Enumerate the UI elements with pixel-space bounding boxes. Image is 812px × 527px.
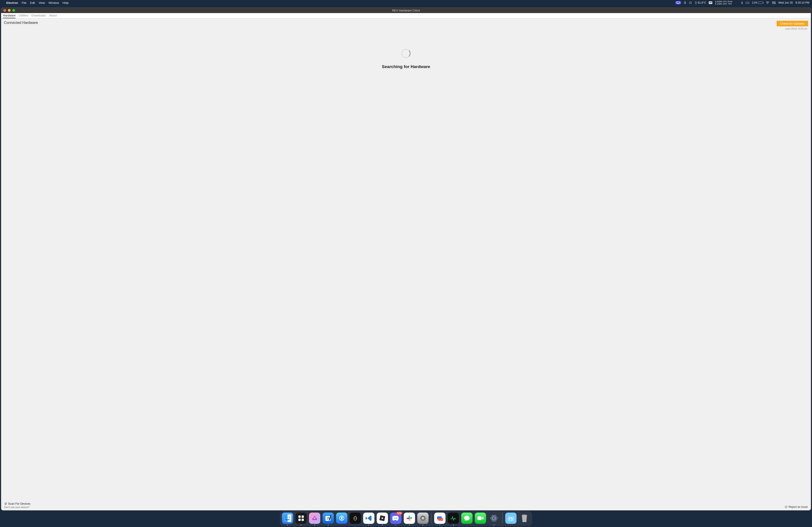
window-title: REV Hardware Client: [1, 9, 811, 12]
system-stats[interactable]: 8.2KB/s 6.1KB/s CPU 24% RAM 75%: [715, 1, 733, 5]
bluetooth-icon[interactable]: [741, 1, 743, 4]
svg-rect-41: [438, 518, 443, 521]
dock-app-slack[interactable]: [404, 513, 415, 524]
wifi-icon[interactable]: [766, 1, 769, 4]
control-center-icon[interactable]: [772, 1, 776, 4]
app-tabstrip: Hardware Utilities Downloads About: [1, 13, 811, 18]
svg-rect-14: [288, 514, 291, 522]
app-window: REV Hardware Client Hardware Utilities D…: [1, 7, 811, 511]
device-help-link[interactable]: Don't see your device?: [4, 506, 30, 509]
fullscreen-window-button[interactable]: [12, 9, 15, 12]
app-footer: Scan For Devices Don't see your device? …: [1, 501, 811, 510]
dock-app-xcode[interactable]: [322, 513, 334, 524]
dock-trash[interactable]: [519, 513, 530, 524]
screen-share-indicator-icon[interactable]: [675, 1, 681, 4]
menu-edit[interactable]: Edit: [30, 1, 35, 4]
window-titlebar[interactable]: REV Hardware Client: [1, 7, 811, 13]
info-icon: [785, 506, 787, 508]
close-window-button[interactable]: [3, 9, 6, 12]
do-not-disturb-icon[interactable]: [735, 1, 738, 4]
dock-app-messages[interactable]: [461, 513, 473, 524]
svg-point-9: [774, 3, 775, 4]
svg-rect-0: [677, 2, 680, 3]
svg-line-37: [424, 520, 425, 521]
traffic-lights: [1, 9, 15, 12]
scan-for-devices-link[interactable]: Scan For Devices: [4, 502, 30, 506]
svg-point-15: [285, 517, 286, 517]
dock-app-facetime[interactable]: [475, 513, 486, 524]
menu-window[interactable]: Window: [48, 1, 59, 4]
menubar-date[interactable]: Wed Jun 26: [778, 1, 793, 4]
svg-rect-17: [299, 515, 301, 518]
dock-app-activity-monitor[interactable]: [448, 513, 459, 524]
svg-point-25: [356, 518, 357, 519]
menubar-time[interactable]: 9:20:14 PM: [796, 1, 809, 4]
dock-app-roblox[interactable]: [377, 513, 388, 524]
net-up-value: 8.2KB/s: [715, 1, 722, 3]
check-for-updates-button[interactable]: Check for Updates: [777, 21, 808, 26]
tab-about[interactable]: About: [49, 13, 57, 18]
svg-line-36: [421, 516, 421, 517]
ram-label: RAM: [728, 1, 733, 3]
svg-point-46: [494, 518, 495, 519]
tab-utilities[interactable]: Utilities: [19, 13, 28, 18]
dock-app-finder[interactable]: [282, 513, 293, 524]
battery-status[interactable]: 11%: [752, 1, 763, 4]
report-issue-link[interactable]: Report an Issue: [785, 506, 808, 509]
microphone-icon[interactable]: [684, 1, 686, 4]
dock-app-mission-control[interactable]: [295, 513, 307, 524]
svg-point-11: [786, 506, 786, 507]
dock-separator-2: [502, 513, 503, 524]
cpu-label: CPU: [723, 1, 727, 3]
keyboard-brightness-icon[interactable]: [746, 1, 749, 4]
svg-point-29: [396, 518, 397, 519]
dock-app-discord[interactable]: 529: [390, 513, 402, 524]
dock-wrapper: 529: [0, 511, 812, 526]
loading-spinner-icon: [402, 49, 410, 58]
last-check-label: Last check: 9:20 pm: [785, 27, 808, 30]
dock-app-vscode[interactable]: [363, 513, 374, 524]
dock-downloads-stack[interactable]: [505, 513, 517, 524]
svg-point-7: [773, 2, 773, 2]
svg-rect-19: [299, 519, 301, 521]
menu-view[interactable]: View: [39, 1, 45, 4]
discord-badge: 529: [396, 512, 402, 515]
svg-line-39: [421, 520, 421, 521]
minimize-window-button[interactable]: [8, 9, 11, 12]
svg-point-24: [354, 518, 355, 519]
dock-separator-1: [431, 513, 432, 524]
dock-app-screenshot[interactable]: [434, 513, 446, 524]
svg-point-28: [394, 518, 395, 519]
shortcut-icon[interactable]: [689, 1, 692, 4]
svg-point-5: [767, 4, 768, 4]
dock: 529: [280, 511, 532, 526]
searching-status-text: Searching for Hardware: [382, 64, 430, 69]
tab-hardware[interactable]: Hardware: [3, 13, 16, 18]
temperature-value: 61.8°C: [698, 1, 706, 4]
net-down-value: 6.1KB/s: [715, 3, 722, 5]
page-title: Connected Hardware: [4, 21, 38, 25]
temperature-status[interactable]: 61.8°C: [695, 1, 706, 4]
report-issue-label: Report an Issue: [788, 506, 808, 509]
macos-menubar: Electron File Edit View Window Help 61.8…: [0, 0, 812, 5]
svg-rect-4: [746, 2, 749, 4]
svg-rect-18: [302, 515, 304, 518]
battery-percent: 11%: [752, 1, 757, 4]
network-graph-icon[interactable]: [709, 1, 712, 4]
svg-line-38: [424, 516, 425, 517]
refresh-icon: [4, 502, 7, 505]
ram-value: 75%: [728, 3, 733, 5]
tab-downloads[interactable]: Downloads: [31, 13, 46, 18]
dock-app-electron[interactable]: [488, 513, 499, 524]
svg-rect-12: [786, 507, 786, 508]
active-app-name[interactable]: Electron: [6, 1, 18, 4]
menu-file[interactable]: File: [21, 1, 26, 4]
dock-app-settings[interactable]: [417, 513, 429, 524]
svg-point-16: [289, 517, 290, 517]
dock-app-developer[interactable]: [336, 513, 347, 524]
svg-rect-27: [382, 517, 383, 519]
battery-icon: [758, 2, 763, 4]
dock-app-nightowl[interactable]: [350, 513, 361, 524]
dock-app-arc[interactable]: [309, 513, 320, 524]
menu-help[interactable]: Help: [63, 1, 69, 4]
